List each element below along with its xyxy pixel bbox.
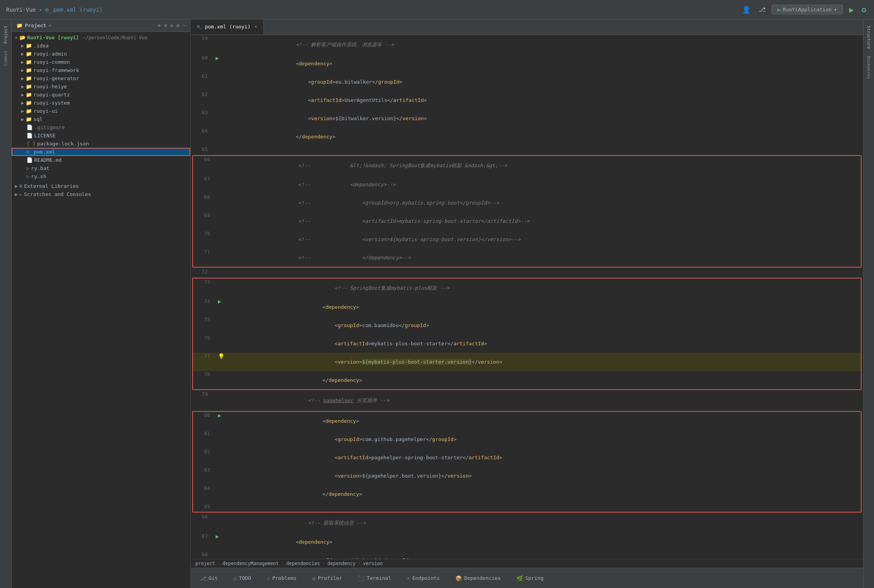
tree-license[interactable]: 📄 LICENSE [12,131,190,140]
breadcrumb-dependency[interactable]: dependency [327,561,355,566]
toolbar-dependencies[interactable]: 📦 Dependencies [452,574,504,583]
tree-ruoyi-ui[interactable]: ▶ 📁 ruoyi-ui [12,107,190,115]
toolbar-terminal[interactable]: ⬛ Terminal [355,574,394,583]
sidebar-bookmarks[interactable]: Bookmarks [865,53,873,82]
breadcrumb-version[interactable]: version [363,561,383,566]
tree-ruoyi-generator[interactable]: ▶ 📁 ruoyi-generator [12,74,190,82]
breadcrumb-dependencies[interactable]: dependencies [286,561,320,566]
tree-readme[interactable]: 📄 README.md [12,156,190,164]
line-number: 87 [191,533,214,551]
line-content[interactable]: <version>${pagehelper.boot.version}</ver… [228,467,861,485]
line-number: 85 [193,503,216,512]
line-content[interactable]: </dependency> [226,128,863,146]
line-content[interactable]: <!-- &lt;!&ndash; SpringBoot集成mybatis框架 … [228,156,861,175]
code-editor[interactable]: 59 <!-- 解析客户端操作系统、浏览器等 --> 60 ▶ [191,35,863,559]
toolbar-profiler[interactable]: ◎ Profiler [309,574,345,583]
line-content[interactable]: <artifactId>UserAgentUtils</artifactId> [226,91,863,109]
line-content[interactable]: <artifactId>mybatis-plus-boot-starter</a… [228,334,861,353]
tab-close-button[interactable]: ✕ [254,24,257,29]
line-content[interactable]: <artifactId>pagehelper-spring-boot-start… [228,448,861,467]
line-content[interactable]: <!-- <groupId>org.mybatis.spring.boot</g… [228,194,861,212]
line-content[interactable]: <dependency> [226,533,863,551]
toolbar-problems[interactable]: ⚠ Problems [263,574,300,583]
tree-sql[interactable]: ▶ 📁 sql [12,115,190,123]
line-content[interactable]: <dependency> [228,298,861,316]
breadcrumb-dependency-mgmt[interactable]: dependencyManagement [223,561,279,566]
code-line-68: 68 <!-- <groupId>org.mybatis.spring.boot… [193,194,861,212]
line-content[interactable]: <!-- 解析客户端操作系统、浏览器等 --> [226,35,863,54]
code-line-80: 80 ▶ <dependency> [193,412,861,430]
tree-ruoyi-framework[interactable]: ▶ 📁 ruoyi-framework [12,66,190,74]
gutter-bulb-icon[interactable]: 💡 [218,353,225,359]
sort-icon[interactable]: ⇅ [170,23,174,28]
line-content[interactable]: <groupId>com.github.oshi</groupId> [226,551,863,559]
line-gutter [214,35,226,54]
tree-ruoyi-system[interactable]: ▶ 📁 ruoyi-system [12,99,190,107]
gutter-run-icon[interactable]: ▶ [216,55,219,61]
toolbar-git[interactable]: ⎇ Git [197,574,221,583]
line-content[interactable]: </dependency> [228,485,861,503]
tree-ruoyi-admin[interactable]: ▶ 📁 ruoyi-admin [12,50,190,58]
line-content[interactable]: </dependency> [228,371,861,389]
tree-ruoyi-common[interactable]: ▶ 📁 ruoyi-common [12,58,190,66]
settings-icon[interactable]: ⚙ [860,4,868,16]
line-content[interactable]: <version>${mybatis-plus-boot-starter.ver… [228,353,861,371]
sidebar-item-commit[interactable]: Commit [2,47,10,69]
vcs-branch-icon[interactable]: ⎇ [757,4,767,15]
panel-header-icons: ⊕ ≡ ⇅ ⚙ − [158,23,186,28]
line-content[interactable]: <!-- </dependency>--> [228,248,861,267]
pom-xml-tab[interactable]: m̲ pom.xml (ruoyi) ✕ [191,19,264,35]
toolbar-todo[interactable]: ☑ TODO [230,574,254,583]
tree-scratches[interactable]: ▶ ✏ Scratches and Consoles [12,190,190,198]
line-content[interactable] [228,503,861,512]
line-content[interactable] [226,146,863,154]
line-content[interactable]: <groupId>com.github.pagehelper</groupId> [228,430,861,448]
run-config-button[interactable]: ▶ RuoYiApplication ▾ [772,5,843,14]
tree-ry-sh[interactable]: ▷ ry.sh [12,172,190,180]
gutter-run-icon[interactable]: ▶ [218,412,221,418]
tree-ruoyi-heiye[interactable]: ▶ 📁 ruoyi-heiye [12,82,190,91]
dropdown-arrow: ▾ [49,23,52,28]
vcs-icon[interactable]: 👤 [741,4,752,15]
gutter-run-icon[interactable]: ▶ [218,298,221,304]
tree-ry-bat[interactable]: ▷ ry.bat [12,164,190,172]
line-content[interactable]: <dependency> [228,412,861,430]
close-panel-icon[interactable]: − [183,23,186,28]
spring-icon: 🌿 [516,575,523,581]
breadcrumb-sep: › [281,561,284,566]
red-border-row-73: 73 <!-- SpringBoot集成mybatis-plus框架 --> 7… [191,277,863,391]
code-line-63: 63 <version>${bitwalker.version}</versio… [191,109,863,128]
tree-ext-libs[interactable]: ▶ ⊞ External Libraries [12,182,190,190]
sidebar-structure[interactable]: Structure [865,23,873,52]
sidebar-item-project[interactable]: Project [2,23,10,47]
line-content[interactable]: <!-- <version>${mybatis-spring-boot.vers… [228,230,861,248]
tree-ruoyi-quartz[interactable]: ▶ 📁 ruoyi-quartz [12,91,190,99]
toolbar-spring[interactable]: 🌿 Spring [513,574,547,583]
tree-pom-xml[interactable]: m̲ pom.xml [12,148,190,156]
line-content[interactable]: <!-- pagehelper 分页插件 --> [226,391,863,410]
line-content[interactable]: <version>${bitwalker.version}</version> [226,109,863,128]
line-content[interactable]: <dependency> [226,54,863,73]
tree-idea[interactable]: ▶ 📁 .idea [12,42,190,50]
line-content[interactable]: <!-- SpringBoot集成mybatis-plus框架 --> [228,278,861,298]
folder-icon: 📁 [26,59,32,65]
line-content[interactable] [226,268,863,277]
code-line-67: 67 <!-- <dependency>--> [193,175,861,194]
line-content[interactable]: <!-- <artifactId>mybatis-spring-boot-sta… [228,212,861,230]
gear-icon[interactable]: ⚙ [176,23,179,28]
tree-package-lock[interactable]: { } package-lock.json [12,140,190,148]
line-content[interactable]: <groupId>com.baomidou</groupId> [228,316,861,334]
run-button[interactable]: ▶ [848,4,855,16]
gutter-run-icon[interactable]: ▶ [216,533,219,539]
toolbar-endpoints[interactable]: ⚡ Endpoints [404,574,443,583]
line-gutter [214,73,226,91]
line-content[interactable]: <groupId>eu.bitwalker</groupId> [226,73,863,91]
line-content[interactable]: <!-- 获取系统信息 --> [226,513,863,533]
locate-icon[interactable]: ⊕ [158,23,161,28]
line-content[interactable]: <!-- <dependency>--> [228,175,861,194]
line-gutter: ▶ [214,533,226,551]
tree-root[interactable]: ▾ 📂 RuoYi-Vue [ruoyi] ~/personlCode/RuoY… [12,33,190,42]
collapse-icon[interactable]: ≡ [164,23,167,28]
breadcrumb-project[interactable]: project [195,561,215,566]
tree-gitignore[interactable]: 📄 .gitignore [12,123,190,131]
